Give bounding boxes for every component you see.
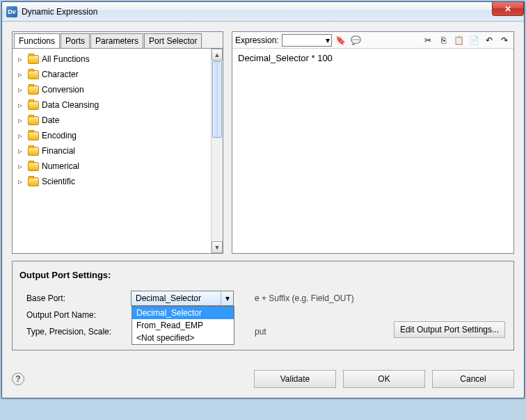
folder-icon	[28, 86, 39, 95]
expand-icon[interactable]: ▹	[18, 85, 25, 95]
suffix-hint: e + Suffix (e.g. Field_OUT)	[255, 293, 354, 303]
expand-icon[interactable]: ▹	[18, 54, 25, 64]
expand-icon[interactable]: ▹	[18, 131, 25, 140]
folder-icon	[28, 177, 39, 186]
type-precision-scale-label: Type, Precision, Scale:	[19, 327, 131, 337]
tree-item[interactable]: ▹Numerical	[14, 159, 209, 174]
expand-icon[interactable]: ▹	[18, 161, 25, 171]
expression-label: Expression:	[235, 35, 279, 45]
dropdown-option[interactable]: From_Read_EMP	[132, 319, 234, 332]
folder-icon	[28, 55, 39, 64]
tree-item[interactable]: ▹Encoding	[14, 128, 209, 143]
tree-item[interactable]: ▹Data Cleansing	[14, 97, 209, 113]
expression-editor[interactable]: Decimal_Selector * 100	[232, 49, 513, 253]
help-button[interactable]: ?	[12, 373, 24, 385]
dialog-content: Functions Ports Parameters Port Selector…	[2, 22, 524, 360]
window-title: Dynamic Expression	[22, 7, 97, 17]
redo-icon[interactable]: ↷	[499, 35, 510, 46]
chevron-down-icon[interactable]: ▾	[221, 291, 233, 305]
tab-strip: Functions Ports Parameters Port Selector	[13, 32, 223, 49]
tree-item[interactable]: ▹All Functions	[14, 51, 209, 67]
ok-button[interactable]: OK	[343, 370, 425, 388]
dialog-button-bar: ? Validate OK Cancel	[2, 360, 524, 398]
folder-icon	[28, 147, 39, 156]
tree-item[interactable]: ▹Date	[14, 113, 209, 128]
dropdown-option[interactable]: <Not specified>	[132, 332, 234, 344]
close-button[interactable]: ✕	[492, 2, 524, 16]
tree-item[interactable]: ▹Financial	[14, 143, 209, 159]
base-port-value: Decimal_Selector	[136, 293, 201, 303]
cut-icon[interactable]: ✂	[422, 35, 433, 46]
base-port-combo[interactable]: Decimal_Selector ▾ Decimal_Selector From…	[131, 291, 234, 306]
tree-item-label: Financial	[42, 146, 75, 156]
tree-item-label: Scientific	[42, 177, 75, 186]
type-hint: put	[255, 327, 266, 337]
folder-icon	[28, 131, 39, 140]
output-port-settings-panel: Output Port Settings: Base Port: Decimal…	[12, 261, 514, 350]
expand-icon[interactable]: ▹	[18, 100, 25, 110]
output-port-name-label: Output Port Name:	[19, 310, 131, 320]
tree-item-label: Data Cleansing	[42, 100, 99, 110]
folder-icon	[28, 101, 39, 110]
paste-icon[interactable]: 📋	[453, 35, 464, 46]
base-port-label: Base Port:	[19, 293, 131, 303]
tree-wrapper: ▹All Functions ▹Character ▹Conversion ▹D…	[13, 49, 223, 253]
dropdown-option[interactable]: Decimal_Selector	[132, 307, 234, 319]
cancel-button[interactable]: Cancel	[432, 370, 514, 388]
left-panel: Functions Ports Parameters Port Selector…	[12, 31, 223, 254]
folder-icon	[28, 70, 39, 79]
clipboard-icon[interactable]: 📄	[468, 35, 479, 46]
expand-icon[interactable]: ▹	[18, 115, 25, 125]
top-row: Functions Ports Parameters Port Selector…	[12, 31, 514, 254]
expand-icon[interactable]: ▹	[18, 70, 25, 79]
expand-icon[interactable]: ▹	[18, 177, 25, 186]
edit-output-port-settings-button[interactable]: Edit Output Port Settings...	[394, 321, 505, 338]
tree-item-label: All Functions	[42, 54, 90, 64]
settings-title: Output Port Settings:	[19, 270, 507, 280]
vertical-scrollbar[interactable]: ▲ ▼	[211, 49, 223, 253]
dialog-window: Dv Dynamic Expression ✕ Functions Ports …	[1, 1, 525, 398]
expression-toolbar: Expression: ▾ 🔖 💬 ✂ ⎘ 📋 📄 ↶ ↷	[232, 32, 513, 49]
chevron-down-icon: ▾	[326, 35, 330, 45]
tree-item-label: Date	[42, 115, 59, 125]
tree-item-label: Encoding	[42, 131, 77, 140]
tree-item[interactable]: ▹Scientific	[14, 174, 209, 189]
tab-ports[interactable]: Ports	[61, 33, 90, 48]
expand-icon[interactable]: ▹	[18, 146, 25, 156]
folder-icon	[28, 116, 39, 125]
tree-item-label: Character	[42, 70, 79, 79]
scroll-track[interactable]	[212, 138, 223, 241]
scroll-down-button[interactable]: ▼	[212, 241, 223, 253]
copy-icon[interactable]: ⎘	[438, 35, 449, 46]
right-panel: Expression: ▾ 🔖 💬 ✂ ⎘ 📋 📄 ↶ ↷ Decimal_Se…	[232, 31, 514, 254]
tree-item-label: Numerical	[42, 161, 79, 171]
base-port-row: Base Port: Decimal_Selector ▾ Decimal_Se…	[19, 290, 507, 307]
comment-icon[interactable]: 💬	[351, 35, 362, 46]
validate-button[interactable]: Validate	[254, 370, 336, 388]
folder-icon	[28, 162, 39, 171]
app-icon: Dv	[6, 6, 17, 17]
titlebar[interactable]: Dv Dynamic Expression ✕	[2, 2, 524, 22]
splitter[interactable]	[226, 31, 229, 254]
tab-parameters[interactable]: Parameters	[90, 33, 143, 48]
tree-item[interactable]: ▹Character	[14, 67, 209, 82]
base-port-dropdown-list[interactable]: Decimal_Selector From_Read_EMP <Not spec…	[132, 306, 234, 345]
undo-icon[interactable]: ↶	[484, 35, 495, 46]
function-tree[interactable]: ▹All Functions ▹Character ▹Conversion ▹D…	[13, 49, 211, 253]
tree-item[interactable]: ▹Conversion	[14, 82, 209, 97]
expression-combo[interactable]: ▾	[282, 34, 332, 47]
tab-functions[interactable]: Functions	[14, 33, 60, 48]
tree-item-label: Conversion	[42, 85, 84, 95]
tab-port-selector[interactable]: Port Selector	[144, 33, 202, 48]
tag-icon[interactable]: 🔖	[335, 35, 346, 46]
scroll-up-button[interactable]: ▲	[212, 49, 223, 60]
scroll-thumb[interactable]	[212, 61, 222, 138]
close-icon: ✕	[504, 4, 511, 14]
